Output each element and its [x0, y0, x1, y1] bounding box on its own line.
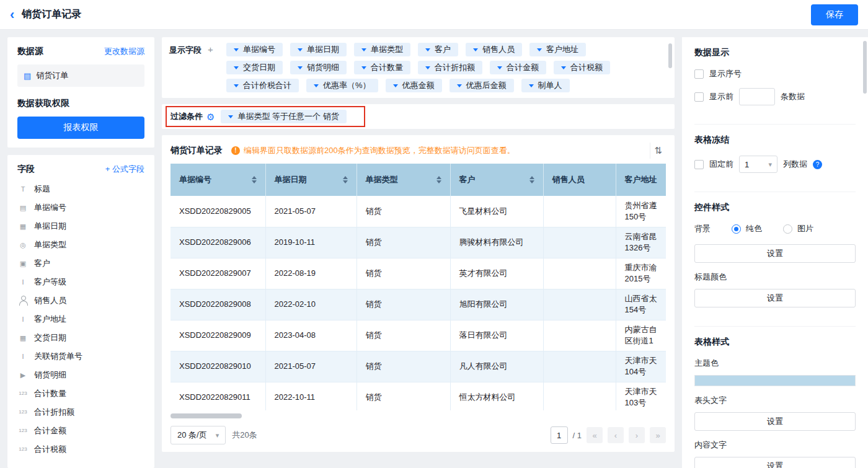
- theme-color-swatch[interactable]: [694, 375, 856, 386]
- display-field-chip-label: 客户: [435, 44, 451, 55]
- display-field-chip[interactable]: 单据日期: [290, 43, 347, 56]
- title-color-setting-button[interactable]: 设置: [694, 289, 856, 307]
- chevron-down-icon: [234, 84, 239, 87]
- vertical-scrollbar[interactable]: [668, 43, 672, 68]
- table-column-header[interactable]: 销售人员: [543, 164, 616, 196]
- field-label: 标题: [34, 183, 50, 195]
- field-label: 合计折扣额: [34, 407, 74, 418]
- background-image-radio[interactable]: [783, 224, 792, 234]
- show-index-checkbox[interactable]: [694, 69, 704, 79]
- table-column-header[interactable]: 客户地址: [616, 164, 666, 196]
- table-column-header[interactable]: 客户: [450, 164, 543, 196]
- field-list-item[interactable]: ▦ 单据日期: [17, 217, 144, 236]
- field-label: 交货日期: [34, 332, 66, 343]
- pagination-first-button[interactable]: «: [587, 427, 603, 443]
- field-list-item[interactable]: I 客户等级: [17, 273, 144, 291]
- background-solid-radio[interactable]: [732, 224, 741, 234]
- sort-order-icon[interactable]: ⇅: [650, 143, 666, 159]
- table-cell: [543, 320, 616, 351]
- date-icon: ▦: [17, 221, 29, 231]
- field-list-item[interactable]: ▤ 单据编号: [17, 198, 144, 217]
- display-field-chip[interactable]: 合计税额: [554, 61, 610, 74]
- field-list-item[interactable]: ▶ 销货明细: [17, 366, 144, 384]
- background-setting-button[interactable]: 设置: [694, 244, 856, 263]
- field-label: 合计金额: [34, 425, 66, 436]
- display-fields-card: 显示字段 + 单据编号 单据日期 单据类型 客户 销售人员 客户地址 交货日期 …: [162, 37, 675, 98]
- display-field-chip-label: 优惠后金额: [466, 80, 507, 91]
- freeze-columns-checkbox[interactable]: [694, 160, 704, 169]
- horizontal-scrollbar[interactable]: [170, 413, 242, 418]
- table-column-header[interactable]: 单据类型: [356, 164, 450, 196]
- add-formula-field-link[interactable]: + 公式字段: [105, 164, 144, 175]
- back-icon[interactable]: ‹: [10, 8, 14, 22]
- preview-notice: ! 编辑界面只取数据源前200条作为查询数据预览，完整数据请访问页面查看。: [231, 145, 515, 156]
- display-field-chip[interactable]: 客户: [418, 43, 458, 56]
- display-field-chip[interactable]: 交货日期: [226, 61, 283, 74]
- radio-icon: ◎: [17, 240, 29, 250]
- subform-icon: ▶: [17, 370, 29, 380]
- help-icon[interactable]: ?: [813, 160, 822, 169]
- display-field-chip[interactable]: 销货明细: [290, 61, 347, 74]
- change-datasource-link[interactable]: 更改数据源: [104, 46, 144, 57]
- field-list-item[interactable]: 123 合计折扣额: [17, 403, 144, 422]
- field-label: 单据日期: [34, 221, 66, 232]
- show-first-count-input[interactable]: [739, 88, 775, 105]
- pagination-last-button[interactable]: »: [650, 427, 666, 443]
- current-page-input[interactable]: 1: [551, 426, 568, 444]
- table-freeze-heading: 表格冻结: [694, 135, 856, 146]
- display-field-chip[interactable]: 优惠金额: [386, 79, 442, 92]
- panel-scrollbar[interactable]: [863, 41, 867, 94]
- datasource-item[interactable]: ▤ 销货订单: [17, 64, 144, 87]
- display-field-chip[interactable]: 合计金额: [490, 61, 546, 74]
- field-label: 单据类型: [34, 239, 66, 250]
- freeze-columns-select[interactable]: 1 ▾: [739, 156, 777, 173]
- field-list-item[interactable]: T 标题: [17, 180, 144, 198]
- field-label: 合计数量: [34, 388, 66, 399]
- chevron-down-icon: [537, 48, 542, 51]
- display-field-chip[interactable]: 合计数量: [354, 61, 410, 74]
- field-list-item[interactable]: I 客户地址: [17, 310, 144, 329]
- save-button[interactable]: 保存: [811, 4, 858, 25]
- field-list-item[interactable]: ◎ 单据类型: [17, 236, 144, 254]
- page-size-select[interactable]: 20 条/页 ▾: [170, 426, 226, 444]
- content-text-setting-button[interactable]: 设置: [694, 457, 856, 468]
- field-list-item[interactable]: I 关联销货单号: [17, 347, 144, 366]
- display-field-chip[interactable]: 合计折扣额: [418, 61, 482, 74]
- field-list-item[interactable]: ▦ 交货日期: [17, 329, 144, 347]
- display-field-chip[interactable]: 合计价税合计: [226, 79, 299, 92]
- display-field-chip[interactable]: 制单人: [521, 79, 570, 92]
- display-field-chip[interactable]: 单据编号: [226, 43, 283, 56]
- header-text-setting-button[interactable]: 设置: [694, 412, 856, 431]
- table-cell: 恒太方材料公司: [450, 382, 543, 410]
- table-column-header[interactable]: 单据编号: [170, 164, 265, 196]
- datasource-card: 数据源 更改数据源 ▤ 销货订单 数据获取权限 报表权限: [7, 37, 154, 148]
- datasource-heading: 数据源: [17, 46, 43, 57]
- field-list-item[interactable]: 123 合计税额: [17, 440, 144, 459]
- field-list-item[interactable]: 123 合计金额: [17, 422, 144, 440]
- field-list-item[interactable]: ▣ 客户: [17, 254, 144, 273]
- table-cell: 销货: [356, 196, 450, 227]
- pagination-next-button[interactable]: ›: [629, 427, 645, 443]
- gear-icon[interactable]: ⚙: [206, 112, 215, 121]
- table-column-header[interactable]: 单据日期: [265, 164, 356, 196]
- display-field-chip[interactable]: 优惠后金额: [450, 79, 514, 92]
- table-cell: 销货: [356, 289, 450, 320]
- display-field-chip[interactable]: 销售人员: [466, 43, 522, 56]
- field-list-item[interactable]: 销售人员: [17, 291, 144, 310]
- chevron-down-icon: [298, 66, 303, 69]
- display-field-chip[interactable]: 单据类型: [354, 43, 410, 56]
- field-list-item[interactable]: 123 合计数量: [17, 384, 144, 403]
- filter-condition-chip[interactable]: 单据类型 等于任意一个 销货: [221, 110, 346, 123]
- pagination-prev-button[interactable]: ‹: [608, 427, 624, 443]
- chevron-down-icon: [234, 48, 239, 51]
- date-icon: ▦: [17, 333, 29, 343]
- show-first-checkbox[interactable]: [694, 92, 704, 102]
- left-sidebar: 数据源 更改数据源 ▤ 销货订单 数据获取权限 报表权限 字段 + 公式字段 T…: [7, 37, 154, 468]
- display-field-chip[interactable]: 优惠率（%）: [306, 79, 378, 92]
- display-field-chip-label: 优惠率（%）: [323, 80, 371, 91]
- select-icon: ▣: [17, 258, 29, 268]
- display-field-chip-label: 交货日期: [243, 62, 275, 73]
- display-field-chip[interactable]: 客户地址: [529, 43, 586, 56]
- add-display-field-icon[interactable]: +: [208, 45, 213, 54]
- report-permission-button[interactable]: 报表权限: [17, 117, 144, 139]
